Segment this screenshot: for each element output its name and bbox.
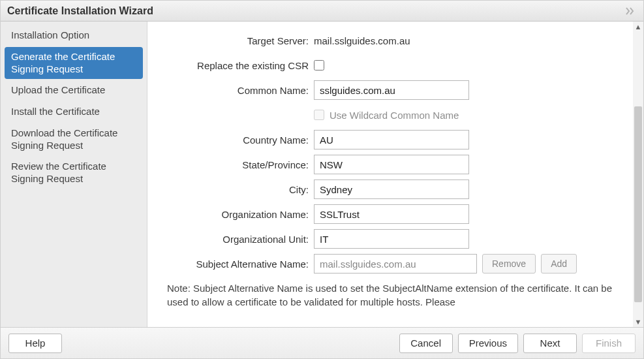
input-organizational-unit[interactable] bbox=[314, 229, 469, 249]
label-city: City: bbox=[167, 184, 314, 195]
row-target-server: Target Server: mail.sslguides.com.au bbox=[167, 31, 620, 50]
next-button[interactable]: Next bbox=[523, 334, 577, 353]
input-organization[interactable] bbox=[314, 204, 469, 224]
previous-button[interactable]: Previous bbox=[458, 334, 518, 353]
label-san: Subject Alternative Name: bbox=[167, 258, 314, 270]
wizard-footer: Help Cancel Previous Next Finish bbox=[1, 327, 643, 358]
nav-upload-certificate[interactable]: Upload the Certificate bbox=[5, 80, 143, 101]
row-organizational-unit: Organizational Unit: bbox=[167, 229, 620, 249]
remove-san-button: Remove bbox=[482, 254, 536, 273]
label-target-server: Target Server: bbox=[167, 35, 314, 46]
vertical-scrollbar[interactable]: ▲ ▼ bbox=[633, 22, 643, 327]
row-city: City: bbox=[167, 180, 620, 199]
value-target-server: mail.sslguides.com.au bbox=[314, 35, 410, 46]
label-organizational-unit: Organizational Unit: bbox=[167, 234, 314, 245]
scroll-up-icon[interactable]: ▲ bbox=[633, 22, 643, 32]
scroll-thumb[interactable] bbox=[634, 106, 642, 302]
row-common-name: Common Name: bbox=[167, 80, 620, 100]
window-title: Certificate Installation Wizard bbox=[7, 5, 153, 17]
input-city[interactable] bbox=[314, 180, 469, 199]
input-san[interactable] bbox=[314, 254, 477, 273]
label-state: State/Province: bbox=[167, 159, 314, 170]
checkbox-wildcard bbox=[314, 110, 324, 120]
label-replace-csr: Replace the existing CSR bbox=[167, 60, 314, 71]
label-wildcard: Use Wildcard Common Name bbox=[330, 110, 459, 121]
wizard-sidebar: Installation Option Generate the Certifi… bbox=[1, 22, 147, 327]
nav-generate-csr[interactable]: Generate the Certificate Signing Request bbox=[5, 47, 143, 80]
nav-review-csr[interactable]: Review the Certificate Signing Request bbox=[5, 157, 143, 189]
label-country: Country Name: bbox=[167, 134, 314, 146]
finish-button: Finish bbox=[582, 334, 636, 353]
nav-install-certificate[interactable]: Install the Certificate bbox=[5, 102, 143, 122]
san-note: Note: Subject Alternative Name is used t… bbox=[167, 281, 620, 309]
scroll-down-icon[interactable]: ▼ bbox=[633, 317, 643, 327]
add-san-button: Add bbox=[541, 254, 577, 273]
input-country[interactable] bbox=[314, 130, 469, 149]
row-replace-csr: Replace the existing CSR bbox=[167, 55, 620, 75]
nav-installation-option[interactable]: Installation Option bbox=[5, 25, 143, 46]
row-state: State/Province: bbox=[167, 155, 620, 174]
row-organization: Organization Name: bbox=[167, 204, 620, 224]
wizard-window: Certificate Installation Wizard Installa… bbox=[0, 0, 644, 359]
checkbox-replace-csr[interactable] bbox=[314, 60, 324, 70]
nav-download-csr[interactable]: Download the Certificate Signing Request bbox=[5, 123, 143, 156]
row-country: Country Name: bbox=[167, 130, 620, 149]
label-common-name: Common Name: bbox=[167, 85, 314, 96]
cancel-button[interactable]: Cancel bbox=[399, 334, 453, 353]
form-scrollpane: Target Server: mail.sslguides.com.au Rep… bbox=[147, 22, 633, 327]
expand-icon[interactable] bbox=[625, 7, 637, 16]
wizard-main: Target Server: mail.sslguides.com.au Rep… bbox=[147, 22, 643, 327]
row-san: Subject Alternative Name: Remove Add bbox=[167, 254, 620, 273]
wizard-body: Installation Option Generate the Certifi… bbox=[1, 22, 643, 327]
help-button[interactable]: Help bbox=[8, 334, 62, 353]
row-wildcard: Use Wildcard Common Name bbox=[167, 105, 620, 125]
input-common-name[interactable] bbox=[314, 80, 469, 100]
titlebar: Certificate Installation Wizard bbox=[1, 1, 643, 22]
input-state[interactable] bbox=[314, 155, 469, 174]
label-organization: Organization Name: bbox=[167, 209, 314, 220]
